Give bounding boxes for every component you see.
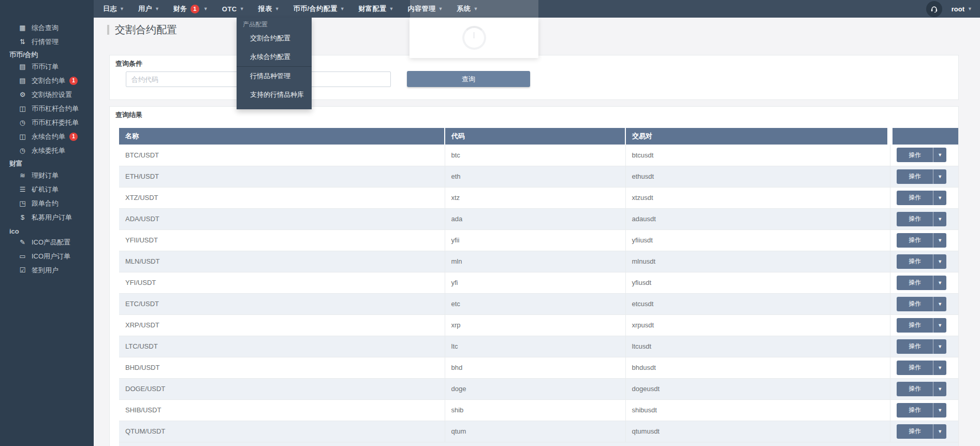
action-dropdown-toggle[interactable]: ▼ <box>933 233 946 248</box>
table-row: DOGE/USDT doge dogeusdt 操作 ▼ <box>119 378 958 399</box>
action-button[interactable]: 操作 <box>897 361 933 375</box>
cell-pair: etcusdt <box>625 293 890 314</box>
action-button-group: 操作 ▼ <box>897 212 946 226</box>
sidebar-item[interactable]: ☑ 签到用户 <box>0 263 94 277</box>
cell-pair: btcusdt <box>625 145 890 166</box>
sidebar-item[interactable]: ≋ 理财订单 <box>0 168 94 182</box>
sidebar-item[interactable]: ◷ 币币杠杆委托单 <box>0 116 94 130</box>
cell-pair: shibusdt <box>625 399 890 421</box>
action-button-group: 操作 ▼ <box>897 318 946 333</box>
sidebar-item[interactable]: ▦ 综合查询 <box>0 21 94 35</box>
action-button-group: 操作 ▼ <box>897 191 946 205</box>
table-row: SHIB/USDT shib shibusdt 操作 ▼ <box>119 399 958 421</box>
action-button[interactable]: 操作 <box>897 318 933 333</box>
action-dropdown-toggle[interactable]: ▼ <box>933 169 946 184</box>
sidebar-item[interactable]: $ 私募用户订单 <box>0 210 94 224</box>
navbar-menu-item[interactable]: OTC ▼ <box>222 5 244 13</box>
navbar-menu-item[interactable]: 财富配置 ▼ <box>359 4 394 13</box>
sidebar-item[interactable]: ☰ 矿机订单 <box>0 182 94 196</box>
action-dropdown-toggle[interactable]: ▼ <box>933 382 946 396</box>
table-body: BTC/USDT btc btcusdt 操作 ▼ <box>119 145 958 442</box>
sidebar-item[interactable]: ◫ 币币杠杆合约单 <box>0 102 94 116</box>
action-dropdown-toggle[interactable]: ▼ <box>933 361 946 375</box>
action-button[interactable]: 操作 <box>897 169 933 184</box>
sidebar-item[interactable]: ◫ 永续合约单 1 <box>0 130 94 143</box>
action-button[interactable]: 操作 <box>897 233 933 248</box>
navbar-menu-item[interactable]: 用户 ▼ <box>138 4 159 13</box>
action-button[interactable]: 操作 <box>897 339 933 354</box>
dropdown-items: 交割合约配置 永续合约配置 行情品种管理 支持的行情品种库 <box>237 29 312 104</box>
navbar-menu-item[interactable]: 币币/合约配置 ▼ <box>294 4 345 13</box>
query-button[interactable]: 查询 <box>407 71 530 87</box>
sidebar-item[interactable]: ▤ 交割合约单 1 <box>0 74 94 88</box>
support-headset-button[interactable] <box>926 1 942 17</box>
action-button[interactable]: 操作 <box>897 297 933 311</box>
cell-name: DOGE/USDT <box>119 378 445 399</box>
action-dropdown-toggle[interactable]: ▼ <box>933 212 946 226</box>
finance-coins-icon: ≋ <box>18 171 27 179</box>
miner-layers-icon: ☰ <box>18 185 27 193</box>
action-dropdown-toggle[interactable]: ▼ <box>933 424 946 439</box>
sidebar-item[interactable]: ✎ ICO产品配置 <box>0 235 94 249</box>
page-title: 交割合约配置 <box>115 23 177 37</box>
navbar-menu-item[interactable]: 报表 ▼ <box>258 4 280 13</box>
action-button[interactable]: 操作 <box>897 254 933 269</box>
sidebar-item[interactable]: ▭ ICO用户订单 <box>0 249 94 263</box>
sidebar-item-label: 签到用户 <box>32 266 58 275</box>
cell-code: qtum <box>445 421 625 442</box>
cell-code: eth <box>445 166 625 187</box>
sidebar-item-label: 理财订单 <box>32 171 58 180</box>
action-button-group: 操作 ▼ <box>897 169 946 184</box>
action-dropdown-toggle[interactable]: ▼ <box>933 403 946 418</box>
action-button-group: 操作 ▼ <box>897 297 946 311</box>
sidebar-item-label: 行情管理 <box>32 37 58 47</box>
action-button[interactable]: 操作 <box>897 424 933 439</box>
cell-pair: adausdt <box>625 208 890 229</box>
cell-actions: 操作 ▼ <box>890 251 958 272</box>
action-dropdown-toggle[interactable]: ▼ <box>933 318 946 333</box>
user-menu[interactable]: root <box>952 5 964 13</box>
dropdown-menu-item[interactable]: 交割合约配置 <box>237 29 312 48</box>
action-dropdown-toggle[interactable]: ▼ <box>933 339 946 354</box>
cell-pair: yfiiusdt <box>625 229 890 251</box>
dropdown-menu-item[interactable]: 行情品种管理 <box>237 67 312 85</box>
action-button[interactable]: 操作 <box>897 191 933 205</box>
cell-pair: mlnusdt <box>625 251 890 272</box>
chevron-down-icon: ▼ <box>340 6 345 11</box>
cell-name: XRP/USDT <box>119 314 445 336</box>
pending-clock-icon: ◷ <box>18 147 27 154</box>
cell-code: ada <box>445 208 625 229</box>
dollar-icon: $ <box>18 213 27 221</box>
sidebar-item[interactable]: ◳ 跟单合约 <box>0 196 94 210</box>
contract-copy-icon: ◫ <box>18 105 27 112</box>
action-button[interactable]: 操作 <box>897 403 933 418</box>
navbar-menu-label: OTC <box>222 5 237 13</box>
action-dropdown-toggle[interactable]: ▼ <box>933 254 946 269</box>
action-dropdown-toggle[interactable]: ▼ <box>933 148 946 162</box>
action-button[interactable]: 操作 <box>897 276 933 290</box>
sidebar-item[interactable]: ⇅ 行情管理 <box>0 35 94 49</box>
dropdown-menu-item[interactable]: 支持的行情品种库 <box>237 85 312 104</box>
action-dropdown-toggle[interactable]: ▼ <box>933 191 946 205</box>
cell-actions: 操作 ▼ <box>890 357 958 378</box>
sidebar-item[interactable]: ⚙ 交割场控设置 <box>0 88 94 102</box>
navbar-menu-item[interactable]: 财务 1 ▼ <box>173 4 208 13</box>
action-button[interactable]: 操作 <box>897 148 933 162</box>
sidebar-item[interactable]: ◷ 永续委托单 <box>0 143 94 157</box>
cell-name: QTUM/USDT <box>119 421 445 442</box>
navbar-menu-label: 币币/合约配置 <box>294 4 338 13</box>
sidebar-item[interactable]: ▤ 币币订单 <box>0 60 94 74</box>
cell-name: SHIB/USDT <box>119 399 445 421</box>
dropdown-menu-item[interactable]: 永续合约配置 <box>237 48 312 66</box>
action-button[interactable]: 操作 <box>897 212 933 226</box>
action-button[interactable]: 操作 <box>897 382 933 396</box>
cell-actions: 操作 ▼ <box>890 166 958 187</box>
table-row: YFI/USDT yfi yfiusdt 操作 ▼ <box>119 272 958 293</box>
action-dropdown-toggle[interactable]: ▼ <box>933 276 946 290</box>
navbar-menu-item[interactable]: 日志 ▼ <box>103 4 124 13</box>
title-accent-bar <box>107 25 109 35</box>
sidebar-item-label: 币币杠杆委托单 <box>32 118 79 127</box>
cell-code: yfi <box>445 272 625 293</box>
cell-code: btc <box>445 145 625 166</box>
action-dropdown-toggle[interactable]: ▼ <box>933 297 946 311</box>
